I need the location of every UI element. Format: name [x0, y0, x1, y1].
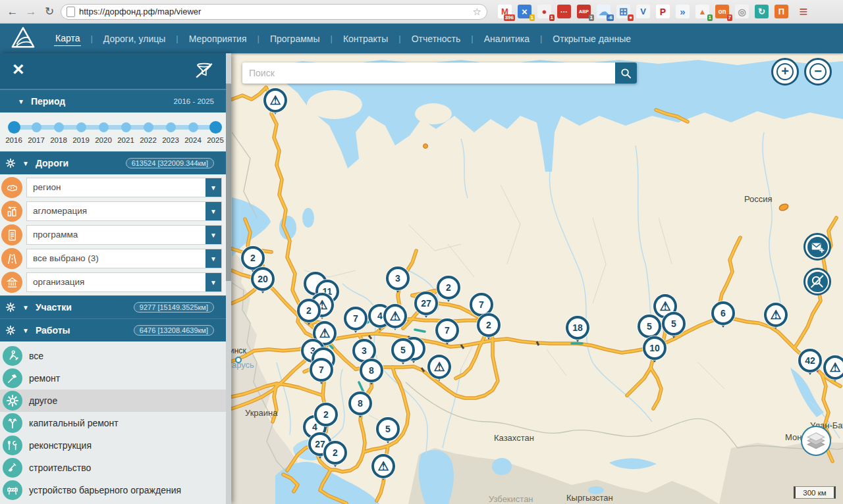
dots-extension-icon[interactable]: ··· [557, 5, 571, 18]
map-cluster-marker[interactable]: 5 [391, 338, 415, 362]
map-cluster-marker[interactable]: 42 [798, 349, 822, 372]
browser-forward-icon[interactable]: → [24, 5, 38, 19]
filter-select-2[interactable]: агломерация▼ [26, 201, 222, 221]
slider-handle-2020[interactable] [99, 122, 109, 132]
map-cluster-marker[interactable]: 2 [297, 299, 321, 322]
map-cluster-marker[interactable]: 3 [386, 266, 410, 290]
map-cluster-marker[interactable]: 8 [360, 359, 383, 382]
address-bar[interactable]: https://дорфонд.рф/map/viewer ☆ [61, 4, 487, 20]
slider-handle-2017[interactable] [32, 122, 41, 132]
map-cluster-marker[interactable]: 5 [638, 315, 661, 338]
map-cluster-marker[interactable]: 7 [435, 318, 459, 342]
map-warning-marker[interactable]: ⚠ [371, 454, 395, 478]
clear-filters-icon[interactable] [194, 62, 214, 82]
zoom-in-button[interactable]: + [771, 58, 799, 86]
pinterest-extension-icon[interactable]: P [656, 5, 670, 18]
dropdown-caret-icon[interactable]: ▼ [205, 226, 221, 244]
period-slider[interactable]: 2016201720182019202020212022202320242025 [0, 113, 231, 151]
grid-globe-extension-icon[interactable]: ⊞● [616, 5, 630, 18]
on-ext-extension-icon[interactable]: on7 [715, 5, 729, 18]
gmail-extension-icon[interactable]: M396 [498, 5, 512, 18]
search-input[interactable] [242, 63, 615, 84]
map-cluster-marker[interactable]: 27 [414, 291, 438, 315]
dropdown-caret-icon[interactable]: ▼ [205, 202, 221, 220]
sidebar-scrollbar[interactable] [226, 53, 231, 504]
zoom-out-button[interactable]: − [804, 58, 832, 86]
map-warning-marker[interactable]: ⚠ [383, 304, 407, 328]
map-cluster-marker[interactable]: 7 [344, 307, 367, 330]
filter-select-4[interactable]: все выбрано (3)▼ [26, 249, 222, 268]
gear-icon[interactable] [5, 158, 16, 168]
map-cluster-marker[interactable]: 2 [323, 441, 347, 465]
slider-handle-2021[interactable] [121, 122, 131, 132]
browser-reload-icon[interactable]: ↻ [42, 5, 57, 19]
map-cluster-marker[interactable]: 2 [241, 246, 265, 270]
filter-select-3[interactable]: программа▼ [26, 225, 222, 245]
disable-search-button[interactable] [803, 268, 831, 295]
filter-select-5[interactable]: организация▼ [26, 272, 222, 292]
section-sites[interactable]: ▼ Участки 9277 [15149.3525км] [0, 295, 231, 318]
site-logo[interactable] [11, 26, 36, 52]
bookmark-star-icon[interactable]: ☆ [473, 6, 481, 18]
work-type-4[interactable]: капитальный ремонт [0, 412, 231, 434]
map-cluster-marker[interactable]: 7 [310, 358, 333, 382]
slider-handle-2022[interactable] [144, 122, 153, 132]
sync-extension-icon[interactable]: ↻ [755, 5, 769, 18]
nav-item-4[interactable]: Программы [269, 32, 321, 46]
adblock-extension-icon[interactable]: ABP1 [577, 5, 591, 18]
nav-item-8[interactable]: Открытые данные [551, 32, 632, 46]
slider-handle-2025[interactable] [209, 121, 222, 134]
slider-handle-2023[interactable] [166, 122, 176, 132]
filter-select-1[interactable]: регион▼ [26, 178, 222, 197]
nav-item-1[interactable]: Карта [54, 31, 81, 46]
close-icon[interactable]: × [13, 59, 24, 79]
section-roads[interactable]: ▼ Дороги 613524 [322009.344км] [0, 151, 231, 174]
weather-cloud-extension-icon[interactable]: ☁-6 [597, 5, 611, 18]
slider-handle-2019[interactable] [76, 122, 86, 132]
work-type-3[interactable]: другое [0, 390, 231, 412]
gear-icon[interactable] [5, 325, 16, 336]
map-cluster-marker[interactable]: 2 [437, 276, 460, 299]
map-search[interactable] [242, 63, 637, 84]
v-shield-extension-icon[interactable]: V [636, 5, 650, 18]
work-type-1[interactable]: все [0, 345, 231, 367]
nav-item-6[interactable]: Отчетность [410, 32, 462, 46]
map-warning-marker[interactable]: ⚠ [823, 355, 843, 380]
section-period[interactable]: ▼ Период 2016 - 2025 [0, 89, 231, 113]
bowtie-extension-icon[interactable]: ×1 [518, 5, 531, 18]
work-type-2[interactable]: ремонт [0, 367, 231, 390]
map-warning-marker[interactable]: ⚠ [263, 88, 287, 113]
nav-item-7[interactable]: Аналитика [483, 32, 531, 46]
url-text[interactable]: https://дорфонд.рф/map/viewer [79, 7, 469, 16]
dropdown-caret-icon[interactable]: ▼ [205, 178, 221, 197]
stop-hand-extension-icon[interactable]: ●1 [537, 5, 551, 18]
map-warning-marker[interactable]: ⚠ [427, 355, 451, 379]
map-cluster-marker[interactable]: 20 [251, 267, 275, 291]
browser-menu-icon[interactable]: ≡ [796, 5, 811, 19]
nav-item-2[interactable]: Дороги, улицы [102, 32, 167, 46]
drop-extension-icon[interactable]: ◎ [735, 5, 749, 18]
slider-track[interactable] [11, 125, 219, 130]
feedback-button[interactable] [803, 233, 831, 261]
dropdown-caret-icon[interactable]: ▼ [205, 249, 221, 268]
scrollbar-thumb[interactable] [226, 84, 231, 281]
map-cluster-marker[interactable]: 2 [314, 403, 338, 426]
section-works[interactable]: ▼ Работы 6476 [13208.4639км] [0, 318, 231, 341]
slider-handle-2016[interactable] [8, 121, 20, 134]
work-type-5[interactable]: реконструкция [0, 434, 231, 457]
work-type-6[interactable]: строительство [0, 457, 231, 479]
layers-button[interactable] [801, 426, 831, 456]
slider-handle-2018[interactable] [54, 122, 64, 132]
map-cluster-marker[interactable]: 5 [662, 312, 686, 336]
map-cluster-marker[interactable]: 10 [643, 336, 666, 360]
map-cluster-marker[interactable]: 6 [711, 301, 735, 325]
nav-item-5[interactable]: Контракты [342, 32, 389, 46]
gear-icon[interactable] [5, 302, 16, 313]
browser-back-icon[interactable]: ← [5, 5, 20, 19]
map-warning-marker[interactable]: ⚠ [764, 303, 788, 327]
search-button[interactable] [615, 63, 637, 84]
slider-handle-2024[interactable] [188, 122, 198, 132]
dropdown-caret-icon[interactable]: ▼ [205, 273, 221, 291]
swoosh-extension-icon[interactable]: » [676, 5, 690, 18]
nav-item-3[interactable]: Мероприятия [188, 32, 248, 46]
